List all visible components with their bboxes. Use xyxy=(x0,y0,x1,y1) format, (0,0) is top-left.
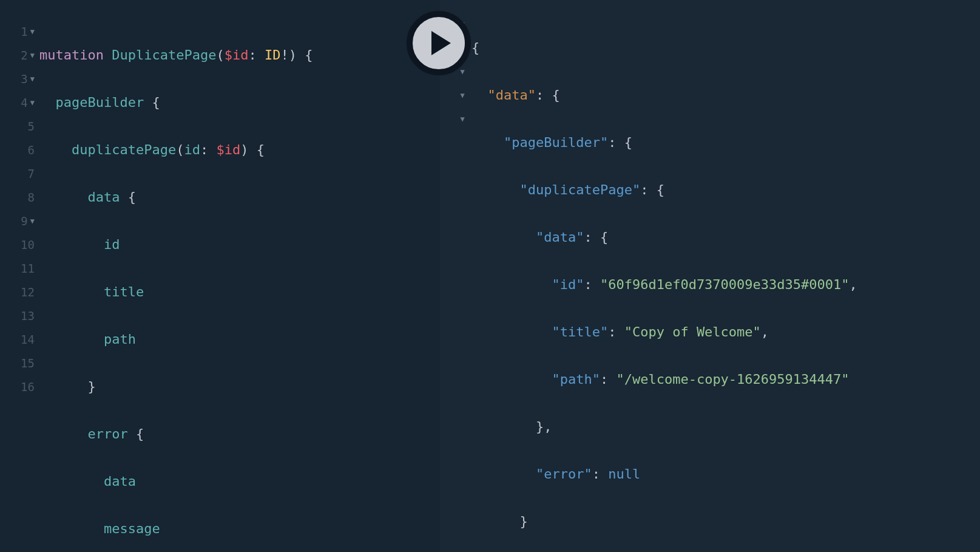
fold-arrow-icon[interactable]: ▼ xyxy=(460,115,464,123)
fold-arrow-icon[interactable]: ▼ xyxy=(30,75,35,83)
fold-arrow-icon[interactable]: ▼ xyxy=(30,51,35,60)
fold-arrow-icon[interactable]: ▼ xyxy=(460,67,464,76)
result-pane: ▼ ▼ ▼ ▼ ▼ { "data": { "pageBuilder": { "… xyxy=(440,0,980,552)
fold-arrow-icon[interactable]: ▼ xyxy=(30,27,35,36)
query-editor[interactable]: 1▼ 2▼ 3▼ 4▼ 5 6 7 8 9▼ 10 11 12 13 14 15… xyxy=(0,0,440,552)
query-pane: 1▼ 2▼ 3▼ 4▼ 5 6 7 8 9▼ 10 11 12 13 14 15… xyxy=(0,0,440,552)
query-code[interactable]: mutation DuplicatePage($id: ID!) { pageB… xyxy=(39,19,440,552)
result-fold-gutter: ▼ ▼ ▼ ▼ ▼ xyxy=(453,12,471,552)
result-viewer[interactable]: ▼ ▼ ▼ ▼ ▼ { "data": { "pageBuilder": { "… xyxy=(440,0,857,552)
result-code: { "data": { "pageBuilder": { "duplicateP… xyxy=(471,12,857,552)
execute-query-button[interactable] xyxy=(407,11,471,75)
line-number-gutter: 1▼ 2▼ 3▼ 4▼ 5 6 7 8 9▼ 10 11 12 13 14 15… xyxy=(0,19,39,552)
fold-arrow-icon[interactable]: ▼ xyxy=(30,98,35,107)
fold-arrow-icon[interactable]: ▼ xyxy=(30,217,35,225)
fold-arrow-icon[interactable]: ▼ xyxy=(460,91,464,100)
play-icon xyxy=(431,31,451,55)
